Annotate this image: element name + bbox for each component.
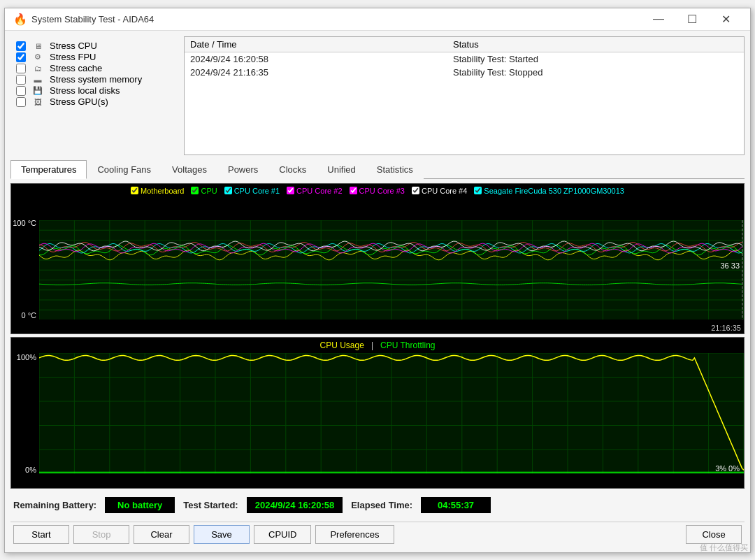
temp-legend-label-4: CPU Core #3 [359,187,405,195]
temp-legend-label-2: CPU Core #1 [234,187,280,195]
stress-label-4: Stress local disks [50,85,120,96]
close-titlebar-button[interactable]: ✕ [710,8,742,29]
temp-legend-cb-1[interactable] [191,187,199,194]
stress-label-3: Stress system memory [50,74,142,85]
temp-legend-cb-0[interactable] [131,187,138,194]
temperature-chart: MotherboardCPUCPU Core #1CPU Core #2CPU … [10,183,745,335]
tab-powers[interactable]: Powers [217,160,268,179]
status-bar: Remaining Battery: No battery Test Start… [10,493,745,517]
elapsed-value: 04:55:37 [421,497,491,513]
stress-option-cb-disk: 💾Stress local disks [16,85,173,96]
cpuid-button[interactable]: CPUID [254,525,311,544]
log-row-1: 2024/9/24 21:16:35Stability Test: Stoppe… [185,66,744,79]
stress-option-cb-mem: ▬Stress system memory [16,74,173,85]
tab-temperatures[interactable]: Temperatures [10,160,87,179]
bottom-buttons: Start Stop Clear Save CPUID Preferences … [10,522,745,547]
stress-icon-1: ⚙ [30,52,45,63]
log-datetime-0: 2024/9/24 16:20:58 [185,52,447,66]
test-started-label: Test Started: [183,500,238,510]
tab-bar: TemperaturesCooling FansVoltagesPowersCl… [10,159,745,179]
tab-unified[interactable]: Unified [317,160,366,179]
log-panel: Date / Time Status 2024/9/24 16:20:58Sta… [184,36,745,155]
main-window: 🔥 System Stability Test - AIDA64 — ☐ ✕ 🖥… [4,8,751,553]
temp-legend-2: CPU Core #1 [224,187,280,195]
stress-option-cb-gpu: 🖼Stress GPU(s) [16,96,173,108]
watermark: 值 什么值得买 [700,543,748,553]
temp-time-label: 21:16:35 [711,324,741,332]
temp-legend-label-0: Motherboard [141,187,184,195]
cpu-usage-label: CPU Usage [320,340,364,350]
titlebar-buttons: — ☐ ✕ [642,8,742,29]
stress-option-cb-cpu: 🖥Stress CPU [16,41,173,52]
titlebar: 🔥 System Stability Test - AIDA64 — ☐ ✕ [5,8,750,31]
stress-options-panel: 🖥Stress CPU⚙Stress FPU🗂Stress cache▬Stre… [10,36,178,155]
test-started-value: 2024/9/24 16:20:58 [247,497,343,513]
log-datetime-1: 2024/9/24 21:16:35 [185,66,447,79]
temp-legend-label-1: CPU [201,187,217,195]
temp-legend-0: Motherboard [131,187,184,195]
temp-legend: MotherboardCPUCPU Core #1CPU Core #2CPU … [11,184,744,196]
app-icon: 🔥 [13,13,26,25]
top-section: 🖥Stress CPU⚙Stress FPU🗂Stress cache▬Stre… [10,36,745,155]
cpu-chart-svg [39,353,744,474]
preferences-button[interactable]: Preferences [315,525,394,544]
temp-legend-label-6: Seagate FireCuda 530 ZP1000GM30013 [484,187,624,195]
stress-option-cb-fpu: ⚙Stress FPU [16,52,173,63]
cpu-throttling-label: CPU Throttling [380,340,435,350]
temp-values-right: 36 33 [720,261,740,270]
log-header-datetime: Date / Time [185,37,447,52]
stress-icon-5: 🖼 [30,96,45,108]
temp-legend-5: CPU Core #4 [412,187,467,195]
tab-statistics[interactable]: Statistics [366,160,424,179]
temp-legend-6: Seagate FireCuda 530 ZP1000GM30013 [474,187,624,195]
stress-icon-3: ▬ [30,74,45,85]
cpu-y-bottom: 0% [25,466,36,474]
temp-legend-cb-3[interactable] [287,187,294,194]
temp-legend-4: CPU Core #3 [350,187,405,195]
cpu-y-axis: 100% 0% [11,353,39,474]
log-table: Date / Time Status 2024/9/24 16:20:58Sta… [185,37,744,79]
cpu-y-top: 100% [17,353,36,361]
charts-area: MotherboardCPUCPU Core #1CPU Core #2CPU … [10,183,745,489]
temp-legend-cb-6[interactable] [474,187,482,194]
stress-icon-4: 💾 [30,85,45,96]
tab-cooling-fans[interactable]: Cooling Fans [87,160,161,179]
log-header-status: Status [447,37,744,52]
start-button[interactable]: Start [13,525,69,544]
stop-button[interactable]: Stop [73,525,129,544]
battery-value: No battery [105,497,175,513]
stress-label-5: Stress GPU(s) [50,96,108,107]
checkbox-cb-disk[interactable] [16,86,26,96]
checkbox-cb-mem[interactable] [16,75,26,85]
checkbox-cb-gpu[interactable] [16,97,26,107]
cpu-legend: CPU Usage | CPU Throttling [11,338,744,353]
temp-legend-label-3: CPU Core #2 [296,187,342,195]
main-content: 🖥Stress CPU⚙Stress FPU🗂Stress cache▬Stre… [5,31,750,552]
temp-y-top: 100 °C [13,219,36,227]
tab-clocks[interactable]: Clocks [268,160,317,179]
clear-button[interactable]: Clear [134,525,189,544]
stress-icon-0: 🖥 [30,41,45,52]
minimize-button[interactable]: — [642,8,675,29]
temp-legend-cb-2[interactable] [224,187,232,194]
temp-legend-cb-4[interactable] [350,187,357,194]
log-status-1: Stability Test: Stopped [447,66,744,79]
maximize-button[interactable]: ☐ [676,8,708,29]
stress-icon-2: 🗂 [30,63,45,74]
stress-label-1: Stress FPU [50,52,96,62]
temp-legend-1: CPU [191,187,217,195]
stress-label-2: Stress cache [50,63,102,73]
tab-voltages[interactable]: Voltages [161,160,217,179]
elapsed-label: Elapsed Time: [351,500,412,510]
close-button[interactable]: Close [686,525,742,544]
temp-y-axis: 100 °C 0 °C [11,219,39,320]
checkbox-cb-cpu[interactable] [16,41,26,51]
tabs-area: TemperaturesCooling FansVoltagesPowersCl… [10,159,745,179]
save-button[interactable]: Save [194,525,250,544]
temp-y-bottom: 0 °C [21,311,36,320]
checkbox-cb-cache[interactable] [16,64,26,73]
checkbox-cb-fpu[interactable] [16,52,26,62]
temp-chart-svg [39,220,744,320]
temp-legend-cb-5[interactable] [412,187,419,194]
temp-legend-3: CPU Core #2 [287,187,342,195]
